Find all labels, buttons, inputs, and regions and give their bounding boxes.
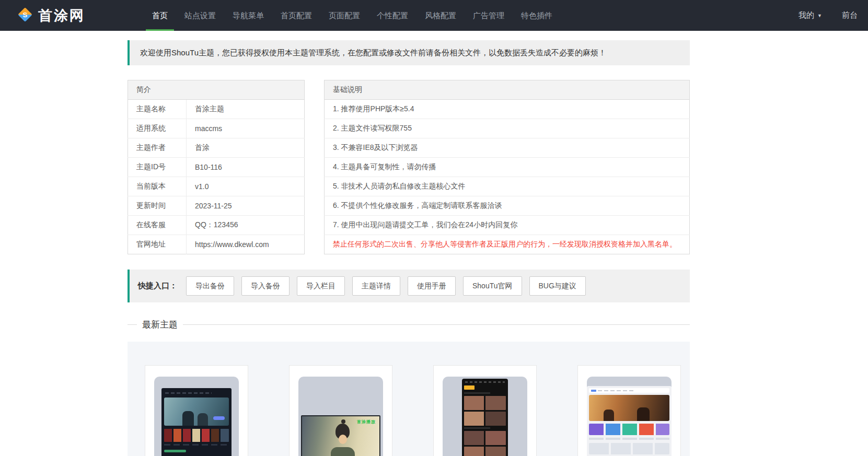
nav-item-style-config[interactable]: 风格配置	[419, 0, 462, 31]
theme-card[interactable]	[577, 365, 681, 456]
mock-figure	[604, 410, 614, 421]
table-row: 主题ID号 B10-116	[128, 158, 305, 177]
theme-preview-image	[587, 377, 672, 456]
row-value: B10-116	[187, 158, 305, 177]
latest-themes-title-text: 最新主题	[142, 319, 178, 331]
row-label: 主题名称	[128, 100, 187, 119]
intro-table-header: 简介	[128, 80, 305, 100]
nav-item-featured-plugins[interactable]: 特色插件	[515, 0, 559, 31]
row-label: 主题作者	[128, 138, 187, 158]
poster-row	[164, 429, 229, 442]
nav-item-homepage-config[interactable]: 首页配置	[274, 0, 318, 31]
row-label: 适用系统	[128, 119, 187, 138]
mock-figure	[182, 411, 194, 426]
notes-table-header: 基础说明	[325, 80, 690, 100]
photo-tile-row	[464, 431, 506, 445]
theme-card[interactable]	[433, 365, 537, 456]
notes-table: 基础说明 1. 推荐使用PHP版本≥5.4 2. 主题文件读写权限755 3. …	[324, 80, 690, 254]
import-backup-button[interactable]: 导入备份	[241, 276, 290, 296]
table-row: 当前版本 v1.0	[128, 177, 305, 196]
theme-details-button[interactable]: 主题详情	[352, 276, 400, 296]
nav-item-personal-config[interactable]: 个性配置	[371, 0, 414, 31]
nav-item-page-config[interactable]: 页面配置	[322, 0, 366, 31]
user-dropdown[interactable]: 我的 ▼	[798, 10, 822, 20]
nav-item-ad-management[interactable]: 广告管理	[467, 0, 511, 31]
row-value: maccms	[187, 119, 305, 138]
quick-entry-bar: 快捷入口： 导出备份 导入备份 导入栏目 主题详情 使用手册 ShouTu官网 …	[128, 270, 690, 302]
video-player-mockup: 首涂播放	[301, 415, 380, 456]
table-row: 在线客服 QQ：123456	[128, 216, 305, 235]
table-row: 主题名称 首涂主题	[128, 100, 305, 119]
mock-play-pill	[213, 416, 225, 420]
caption-row	[164, 444, 229, 446]
piracy-warning-text: 禁止任何形式的二次出售、分享他人等侵害作者及正版用户的行为，一经发现取消授权资格…	[325, 235, 690, 254]
nav-item-home[interactable]: 首页	[146, 0, 174, 31]
note-item: 7. 使用中出现问题请提交工单，我们会在24小时内回复你	[325, 216, 690, 235]
row-label: 在线客服	[128, 216, 187, 235]
photo-tile-row	[464, 396, 506, 410]
frontend-link[interactable]: 前台	[842, 10, 858, 20]
mock-figure	[339, 435, 347, 444]
theme-preview-image	[154, 377, 239, 456]
note-item: 6. 不提供个性化修改服务，高端定制请联系客服洽谈	[325, 196, 690, 216]
nav-item-nav-menu[interactable]: 导航菜单	[226, 0, 270, 31]
info-tables: 简介 主题名称 首涂主题 适用系统 maccms 主题作者 首涂 主题ID号 B…	[128, 80, 690, 254]
theme-card[interactable]: 首涂播放	[289, 365, 392, 456]
table-row: 禁止任何形式的二次出售、分享他人等侵害作者及正版用户的行为，一经发现取消授权资格…	[325, 235, 690, 254]
intro-table: 简介 主题名称 首涂主题 适用系统 maccms 主题作者 首涂 主题ID号 B…	[128, 80, 305, 254]
user-manual-button[interactable]: 使用手册	[408, 276, 456, 296]
player-watermark: 首涂播放	[357, 419, 376, 425]
row-label: 主题ID号	[128, 158, 187, 177]
caption-row	[464, 427, 490, 429]
card-tile-row	[589, 424, 669, 435]
row-value: QQ：123456	[187, 216, 305, 235]
theme-preview-image	[443, 377, 527, 456]
shoutu-website-button[interactable]: ShouTu官网	[463, 276, 522, 296]
logo[interactable]: S 首涂网	[17, 6, 85, 25]
table-row: 适用系统 maccms	[128, 119, 305, 138]
row-value: v1.0	[187, 177, 305, 196]
bug-suggestion-button[interactable]: BUG与建议	[529, 276, 586, 296]
main-content: 欢迎使用ShouTu主题，您已获得授权使用本主题管理系统，在您配置或修改文件前请…	[128, 40, 690, 456]
navbar-right: 我的 ▼ 前台	[798, 10, 858, 20]
mock-nav-bar	[165, 392, 212, 394]
section-label-bar	[164, 450, 186, 452]
svg-text:S: S	[23, 11, 28, 19]
welcome-alert-text: 欢迎使用ShouTu主题，您已获得授权使用本主题管理系统，在您配置或修改文件前请…	[140, 48, 606, 58]
row-label: 更新时间	[128, 196, 187, 216]
row-value-website-url: https://www.dkewl.com	[187, 235, 305, 254]
mock-site-logo	[591, 390, 596, 392]
row-label: 当前版本	[128, 177, 187, 196]
chevron-down-icon: ▼	[817, 13, 822, 18]
table-header-row: 基础说明	[325, 80, 690, 100]
row-value: 2023-11-25	[187, 196, 305, 216]
light-site-mockup	[587, 386, 672, 456]
theme-preview-image: 首涂播放	[298, 377, 383, 456]
note-item: 5. 非技术人员请勿私自修改主题核心文件	[325, 177, 690, 196]
logo-icon: S	[17, 6, 33, 25]
theme-card[interactable]	[145, 365, 248, 456]
table-row: 6. 不提供个性化修改服务，高端定制请联系客服洽谈	[325, 196, 690, 216]
note-item: 4. 主题具备可复制性，请勿传播	[325, 158, 690, 177]
note-item: 1. 推荐使用PHP版本≥5.4	[325, 100, 690, 119]
row-value: 首涂主题	[187, 100, 305, 119]
table-row: 2. 主题文件读写权限755	[325, 119, 690, 138]
top-navbar: S 首涂网 首页 站点设置 导航菜单 首页配置 页面配置 个性配置 风格配置 广…	[0, 0, 868, 31]
brand-title: 首涂网	[38, 6, 85, 25]
import-category-button[interactable]: 导入栏目	[297, 276, 345, 296]
export-backup-button[interactable]: 导出备份	[186, 276, 234, 296]
table-row: 3. 不兼容IE8及以下浏览器	[325, 138, 690, 158]
note-item: 3. 不兼容IE8及以下浏览器	[325, 138, 690, 158]
table-header-row: 简介	[128, 80, 305, 100]
table-row: 1. 推荐使用PHP版本≥5.4	[325, 100, 690, 119]
mock-figure	[331, 447, 355, 456]
mock-hero-banner	[589, 395, 669, 421]
card-tile-row	[589, 443, 669, 454]
row-value: 首涂	[187, 138, 305, 158]
table-row: 官网地址 https://www.dkewl.com	[128, 235, 305, 254]
nav-item-site-settings[interactable]: 站点设置	[178, 0, 222, 31]
table-row: 5. 非技术人员请勿私自修改主题核心文件	[325, 177, 690, 196]
mock-app-logo	[464, 385, 474, 390]
photo-tile-row	[464, 447, 506, 456]
quick-entry-label: 快捷入口：	[138, 281, 177, 291]
